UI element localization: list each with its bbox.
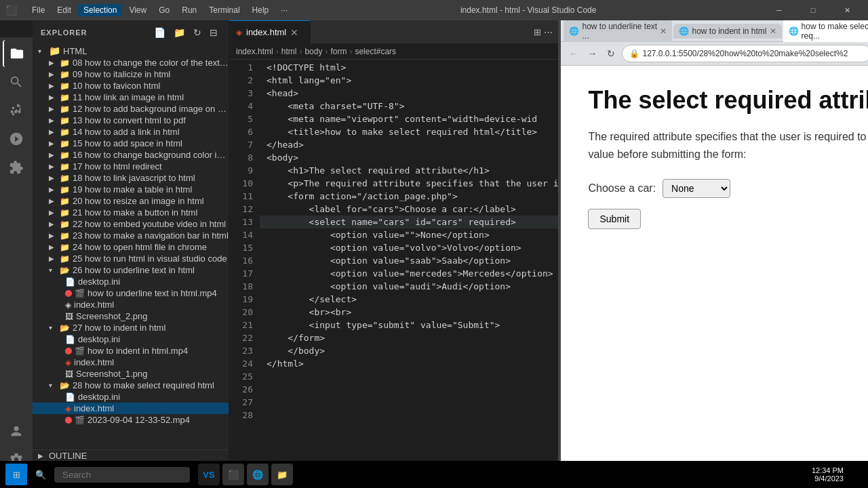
file-item-mp4-28[interactable]: ▶ 🎬 2023-09-04 12-33-52.mp4 bbox=[33, 414, 229, 426]
code-content[interactable]: <!DOCTYPE html><html lang="en"><head> <m… bbox=[260, 60, 558, 473]
folder-item-27[interactable]: ▾ 📂 27 how to indent in html bbox=[33, 322, 229, 333]
preview-select[interactable]: NoneVolvoSaabMercedesAudi bbox=[663, 179, 730, 198]
file-item-mp4-26[interactable]: ▶ 🎬 how to underline text in html.mp4 bbox=[33, 287, 229, 299]
code-line[interactable]: <head> bbox=[260, 87, 558, 100]
activity-search[interactable] bbox=[3, 68, 30, 96]
folder-item-25[interactable]: ▶ 📁 25 how to run html in visual studio … bbox=[33, 253, 229, 264]
code-line[interactable]: <html lang="en"> bbox=[260, 74, 558, 87]
folder-item-11[interactable]: ▶ 📁 11 how link an image in html bbox=[33, 92, 229, 103]
code-line[interactable]: <meta charset="UTF-8"> bbox=[260, 100, 558, 113]
menu-go[interactable]: Go bbox=[153, 4, 175, 16]
split-editor-button[interactable]: ⊞ bbox=[534, 27, 541, 37]
folder-item-13[interactable]: ▶ 📁 13 how to convert html to pdf bbox=[33, 115, 229, 126]
code-editor[interactable]: 1234567891011121314151617181920212223242… bbox=[229, 60, 558, 473]
address-bar[interactable]: 🔒 127.0.0.1:5500/28%20how%20to%20make%20… bbox=[622, 45, 868, 62]
menu-run[interactable]: Run bbox=[176, 4, 202, 16]
folder-item-15[interactable]: ▶ 📁 15 how to add space in html bbox=[33, 138, 229, 149]
code-line[interactable]: <form action="/action_page.php"> bbox=[260, 190, 558, 203]
folder-item-20[interactable]: ▶ 📁 20 how to resize an image in html bbox=[33, 195, 229, 207]
activity-explorer[interactable] bbox=[3, 40, 30, 67]
folder-item-12[interactable]: ▶ 📁 12 how to add background image on ht… bbox=[33, 103, 229, 115]
code-line[interactable]: </form> bbox=[260, 331, 558, 344]
folder-item-09[interactable]: ▶ 📁 09 how to italicize in html bbox=[33, 68, 229, 80]
code-line[interactable]: </select> bbox=[260, 293, 558, 306]
code-line[interactable]: </body> bbox=[260, 344, 558, 357]
folder-item-26[interactable]: ▾ 📂 26 how to underline text in html bbox=[33, 264, 229, 276]
code-line[interactable]: <title>how to make select required html<… bbox=[260, 125, 558, 138]
code-line[interactable]: <option value="audi">Audi</option> bbox=[260, 280, 558, 293]
btab-close[interactable]: ✕ bbox=[770, 26, 776, 36]
preview-submit-button[interactable]: Submit bbox=[588, 209, 641, 229]
more-actions-button[interactable]: ⋯ bbox=[544, 27, 553, 37]
code-line[interactable]: <option value="mercedes">Mercedes</optio… bbox=[260, 267, 558, 280]
folder-item-18[interactable]: ▶ 📁 18 how to link javascript to html bbox=[33, 172, 229, 184]
menu-view[interactable]: View bbox=[123, 4, 152, 16]
code-line[interactable]: </html> bbox=[260, 357, 558, 370]
folder-item-28[interactable]: ▾ 📂 28 how to make select required html bbox=[33, 380, 229, 391]
terminal-taskbar-icon[interactable]: ⬛ bbox=[222, 464, 244, 485]
file-item-html-28[interactable]: ▶ ◈ index.html bbox=[33, 403, 229, 414]
file-item-desktop27[interactable]: ▶ 📄 desktop.ini bbox=[33, 333, 229, 345]
btab-close[interactable]: ✕ bbox=[660, 26, 667, 36]
code-line[interactable]: <h1>The select required attribute</h1> bbox=[260, 164, 558, 177]
breadcrumb-html[interactable]: html bbox=[281, 47, 297, 56]
search-taskbar[interactable]: 🔍 bbox=[30, 464, 52, 485]
start-button[interactable]: ⊞ bbox=[5, 464, 27, 485]
new-folder-button[interactable]: 📁 bbox=[171, 26, 188, 39]
menu-terminal[interactable]: Terminal bbox=[203, 4, 245, 16]
outline-section[interactable]: ▶ OUTLINE bbox=[33, 449, 229, 462]
menu-file[interactable]: File bbox=[26, 4, 50, 16]
folder-item-22[interactable]: ▶ 📁 22 how to embed youtube video in htm… bbox=[33, 218, 229, 230]
activity-run[interactable] bbox=[3, 125, 30, 152]
code-line[interactable]: <!DOCTYPE html> bbox=[260, 61, 558, 74]
menu-help[interactable]: Help bbox=[247, 4, 275, 16]
menu-edit[interactable]: Edit bbox=[52, 4, 77, 16]
folder-item-21[interactable]: ▶ 📁 21 how to make a button in html bbox=[33, 207, 229, 218]
file-taskbar-icon[interactable]: 📁 bbox=[271, 464, 293, 485]
code-line[interactable]: <p>The required attribute specifies that… bbox=[260, 177, 558, 190]
taskbar-search[interactable] bbox=[54, 467, 190, 483]
code-line[interactable]: <option value="volvo">Volvo</option> bbox=[260, 241, 558, 254]
file-item-png-27[interactable]: ▶ 🖼 Screenshot_1.png bbox=[33, 368, 229, 380]
activity-accounts[interactable] bbox=[3, 418, 30, 445]
refresh-button[interactable]: ↻ bbox=[191, 26, 204, 39]
code-line[interactable]: </head> bbox=[260, 138, 558, 151]
reload-button[interactable]: ↻ bbox=[603, 45, 619, 62]
folder-item-16[interactable]: ▶ 📁 16 how to change background color in… bbox=[33, 149, 229, 161]
editor-tab-index[interactable]: ◈ index.html ✕ bbox=[229, 20, 311, 44]
file-item-html-27[interactable]: ▶ ◈ index.html bbox=[33, 357, 229, 368]
code-line[interactable]: <meta name="viewport" content="width=dev… bbox=[260, 113, 558, 125]
activity-source-control[interactable] bbox=[3, 97, 30, 124]
file-item-png-26[interactable]: ▶ 🖼 Screenshot_2.png bbox=[33, 310, 229, 322]
minimize-button[interactable]: ─ bbox=[764, 0, 795, 20]
code-line[interactable]: <option value="saab">Saab</option> bbox=[260, 254, 558, 267]
forward-button[interactable]: → bbox=[584, 45, 600, 62]
folder-item-10[interactable]: ▶ 📁 10 how to favicon html bbox=[33, 80, 229, 92]
show-desktop-button[interactable] bbox=[852, 464, 863, 485]
breadcrumb-file[interactable]: index.html bbox=[236, 47, 273, 56]
file-item-html-26[interactable]: ▶ ◈ index.html bbox=[33, 299, 229, 310]
code-line[interactable]: <body> bbox=[260, 151, 558, 164]
file-item-desktop28[interactable]: ▶ 📄 desktop.ini bbox=[33, 391, 229, 403]
folder-item-23[interactable]: ▶ 📁 23 how to make a navigation bar in h… bbox=[33, 230, 229, 241]
maximize-button[interactable]: □ bbox=[797, 0, 829, 20]
browser-tab-3[interactable]: 🌐 how to make select req... ✕ bbox=[783, 20, 868, 43]
folder-item-24[interactable]: ▶ 📁 24 how to open html file in chrome bbox=[33, 241, 229, 253]
breadcrumb-form[interactable]: form bbox=[330, 47, 347, 56]
code-line[interactable]: <br><br> bbox=[260, 306, 558, 319]
file-item-mp4-27[interactable]: ▶ 🎬 how to indent in html.mp4 bbox=[33, 345, 229, 357]
collapse-button[interactable]: ⊟ bbox=[207, 26, 220, 39]
browser-tab-2[interactable]: 🌐 how to indent in html ✕ bbox=[673, 24, 781, 39]
breadcrumb-select[interactable]: select#cars bbox=[355, 47, 396, 56]
browser-taskbar-icon[interactable]: 🌐 bbox=[247, 464, 269, 485]
code-line[interactable]: <option value="">None</option> bbox=[260, 228, 558, 241]
code-line[interactable]: <label for="cars">Choose a car:</label> bbox=[260, 203, 558, 216]
vscode-taskbar-icon[interactable]: VS bbox=[198, 464, 220, 485]
folder-item-14[interactable]: ▶ 📁 14 how to add a link in html bbox=[33, 126, 229, 138]
code-line[interactable]: <select name="cars" id="cars" required> bbox=[260, 216, 558, 228]
close-button[interactable]: ✕ bbox=[831, 0, 863, 20]
browser-tab-1[interactable]: 🌐 how to underline text ... ✕ bbox=[564, 20, 672, 43]
folder-item-17[interactable]: ▶ 📁 17 how to html redirect bbox=[33, 161, 229, 172]
activity-extensions[interactable] bbox=[3, 154, 30, 181]
code-line[interactable]: <input type="submit" value="Submit"> bbox=[260, 319, 558, 331]
